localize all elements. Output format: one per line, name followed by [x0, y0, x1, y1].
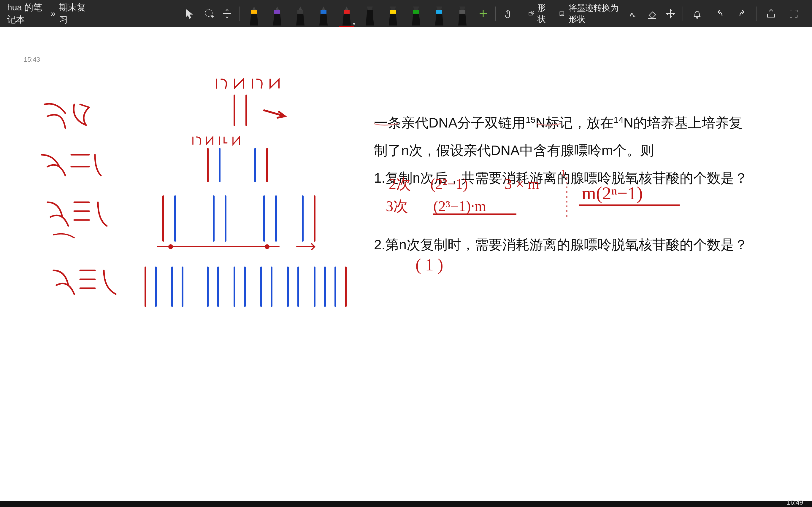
svg-rect-4 [251, 10, 257, 14]
svg-text:a: a [634, 13, 637, 18]
eraser-tool[interactable] [645, 4, 659, 23]
svg-rect-7 [320, 10, 326, 14]
svg-text:m(2ⁿ−1): m(2ⁿ−1) [582, 183, 643, 204]
redo-button[interactable] [733, 4, 752, 23]
breadcrumb-page[interactable]: 期末复习 [59, 1, 86, 26]
touch-draw-toggle[interactable] [500, 4, 515, 23]
svg-text:(2²−1): (2²−1) [430, 175, 468, 192]
ruler-tool[interactable] [663, 4, 678, 23]
shapes-label: 形状 [538, 2, 550, 25]
svg-text:+: + [211, 14, 214, 19]
breadcrumb[interactable]: hua 的笔记本 » 期末复习 [7, 1, 86, 26]
note-canvas[interactable]: 15:43 一条亲代DNA分子双链用15N标记，放在14N的培养基上培养复 制了… [0, 27, 812, 501]
pen-4[interactable]: ▾ [336, 2, 357, 25]
svg-text:( 1 ): ( 1 ) [415, 256, 443, 274]
svg-rect-9 [367, 10, 373, 14]
windows-taskbar[interactable]: 16:49 [0, 501, 812, 507]
svg-rect-8 [344, 10, 350, 14]
svg-point-43 [169, 245, 172, 248]
share-button[interactable] [762, 4, 780, 23]
pen-2[interactable] [290, 2, 311, 25]
svg-text:2次: 2次 [389, 175, 411, 192]
notifications-icon[interactable] [688, 4, 707, 23]
pen-3[interactable] [313, 2, 334, 25]
pen-tray: ▾ [243, 2, 474, 25]
breadcrumb-notebook[interactable]: hua 的笔记本 [7, 1, 47, 26]
ink-layer: 2次 (2²−1) 3 × m 3次 (2³−1)·m m(2ⁿ−1) 1 ( … [0, 27, 812, 501]
breadcrumb-sep: » [50, 9, 55, 19]
svg-point-44 [265, 245, 269, 248]
svg-rect-12 [436, 10, 442, 14]
ink-to-shape-label: 将墨迹转换为形状 [569, 2, 620, 25]
pen-0[interactable] [244, 2, 264, 25]
svg-text:3次: 3次 [386, 198, 408, 214]
svg-rect-10 [390, 10, 396, 14]
toolbar-divider [682, 6, 683, 21]
svg-text:I: I [192, 8, 193, 13]
app-toolbar: hua 的笔记本 » 期末复习 I + ▾ [0, 0, 812, 27]
pen-6[interactable] [383, 2, 403, 25]
svg-point-27 [697, 17, 698, 18]
svg-rect-13 [459, 10, 465, 14]
toolbar-divider [239, 6, 240, 21]
ink-to-shape-button[interactable]: 将墨迹转换为形状 [556, 4, 622, 23]
ink-to-text-button[interactable]: a [626, 4, 641, 23]
pen-9[interactable] [452, 2, 473, 25]
shapes-button[interactable]: 形状 [525, 4, 553, 23]
svg-text:3 × m: 3 × m [505, 175, 539, 192]
pen-7[interactable] [406, 2, 426, 25]
svg-rect-5 [274, 10, 280, 14]
add-pen-button[interactable] [476, 4, 491, 23]
pen-1[interactable] [267, 2, 288, 25]
text-cursor-tool[interactable]: I [183, 4, 198, 23]
toolbar-divider [495, 6, 496, 21]
lasso-tool[interactable]: + [201, 4, 216, 23]
taskbar-clock[interactable]: 16:49 [787, 499, 803, 506]
fullscreen-button[interactable] [784, 4, 803, 23]
svg-text:(2³−1)·m: (2³−1)·m [433, 198, 486, 214]
svg-rect-11 [413, 10, 419, 14]
pen-5[interactable] [359, 2, 380, 25]
svg-text:1: 1 [561, 168, 565, 177]
undo-button[interactable] [710, 4, 729, 23]
svg-rect-6 [297, 10, 303, 14]
insert-space-tool[interactable] [220, 4, 235, 23]
toolbar-divider [520, 6, 520, 21]
pen-8[interactable] [429, 2, 450, 25]
